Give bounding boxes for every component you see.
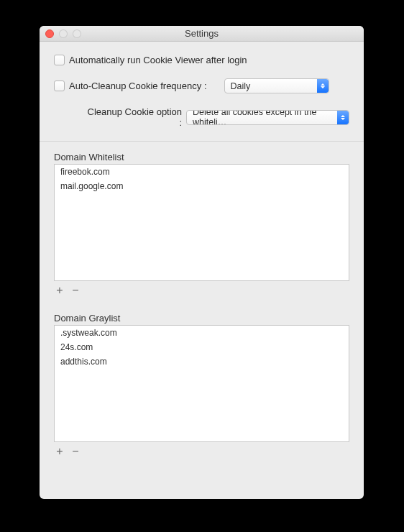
close-button[interactable] [45, 29, 54, 38]
graylist-add-button[interactable]: + [55, 446, 64, 457]
whitelist-add-button[interactable]: + [55, 285, 64, 295]
whitelist-footer: + − [54, 281, 349, 297]
list-item[interactable]: addthis.com [55, 354, 349, 369]
cleanup-option-select[interactable]: Delete all cookies except in the whiteli… [186, 110, 349, 125]
list-item[interactable]: mail.google.com [55, 179, 349, 193]
list-item[interactable]: fireebok.com [55, 165, 349, 179]
graylist-title: Domain Graylist [54, 313, 349, 324]
cleanup-option-row: Cleanup Cookie option : Delete all cooki… [54, 106, 349, 128]
auto-cleanup-row: Auto-Cleanup Cookie frequency : Daily [54, 78, 349, 93]
chevron-updown-icon [317, 79, 329, 93]
auto-run-row: Automatically run Cookie Viewer after lo… [54, 55, 349, 65]
whitelist-title: Domain Whitelist [54, 152, 349, 162]
whitelist-body[interactable]: fireebok.com mail.google.com [54, 164, 349, 281]
graylist-footer: + − [54, 442, 349, 458]
cleanup-frequency-select[interactable]: Daily [224, 78, 329, 93]
whitelist-remove-button[interactable]: − [71, 285, 80, 295]
cleanup-frequency-value: Daily [231, 81, 251, 91]
settings-window: Settings Automatically run Cookie Viewer… [40, 26, 364, 499]
auto-run-checkbox[interactable] [54, 55, 65, 65]
list-item[interactable]: .systweak.com [55, 326, 349, 340]
list-item[interactable]: 24s.com [55, 340, 349, 354]
chevron-updown-icon [337, 111, 349, 124]
cleanup-option-label: Cleanup Cookie option : [83, 106, 182, 128]
window-title: Settings [40, 28, 364, 39]
minimize-button[interactable] [59, 29, 68, 38]
titlebar: Settings [40, 26, 364, 42]
auto-run-label: Automatically run Cookie Viewer after lo… [69, 55, 247, 65]
auto-cleanup-label: Auto-Cleanup Cookie frequency : [69, 81, 207, 91]
graylist-remove-button[interactable]: − [71, 446, 80, 457]
top-section: Automatically run Cookie Viewer after lo… [40, 42, 364, 142]
cleanup-option-value: Delete all cookies except in the whiteli… [193, 110, 349, 125]
auto-cleanup-checkbox[interactable] [54, 81, 65, 91]
lists-section: Domain Whitelist fireebok.com mail.googl… [40, 142, 364, 499]
traffic-lights [45, 29, 81, 38]
maximize-button[interactable] [73, 29, 81, 38]
content: Automatically run Cookie Viewer after lo… [40, 42, 364, 499]
graylist-body[interactable]: .systweak.com 24s.com addthis.com [54, 325, 349, 442]
whitelist-block: Domain Whitelist fireebok.com mail.googl… [54, 152, 349, 297]
graylist-block: Domain Graylist .systweak.com 24s.com ad… [54, 313, 349, 458]
